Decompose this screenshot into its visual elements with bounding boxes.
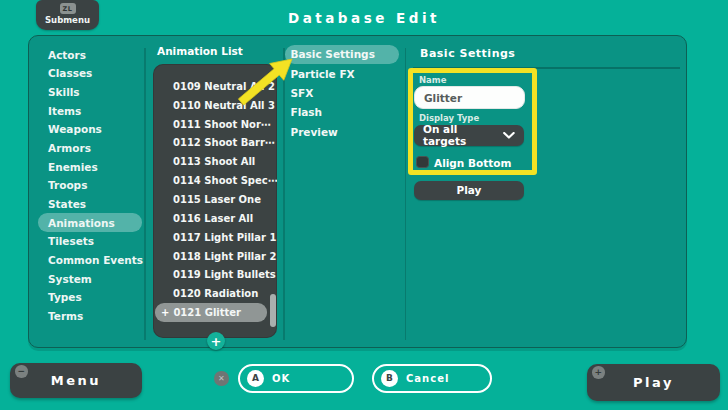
sidebar-item-states[interactable]: States	[38, 195, 142, 214]
sidebar-item-terms[interactable]: Terms	[38, 307, 142, 326]
menu-button-label: Menu	[51, 373, 101, 388]
divider-sidebar	[144, 48, 146, 340]
add-animation-button[interactable]: +	[207, 332, 225, 350]
sidebar-item-armors[interactable]: Armors	[38, 139, 142, 158]
plus-button-icon: +	[592, 366, 605, 379]
animation-list-title: Animation List	[157, 45, 243, 57]
tab-particle-fx[interactable]: Particle FX	[285, 64, 399, 83]
display-type-dropdown[interactable]: On all targets	[414, 125, 524, 147]
tab-preview[interactable]: Preview	[285, 122, 399, 141]
align-bottom-checkbox[interactable]	[416, 156, 429, 169]
ok-button[interactable]: A OK	[238, 364, 354, 393]
minus-button-icon: −	[15, 365, 28, 378]
settings-title-rule	[413, 67, 680, 69]
a-button-icon: A	[247, 370, 264, 387]
animation-list-item[interactable]: 0115 Laser One	[153, 190, 277, 209]
sidebar-item-common-events[interactable]: Common Events	[38, 251, 142, 270]
animation-list-item[interactable]: 0118 Light Pillar 2	[153, 247, 277, 266]
tab-sfx[interactable]: SFX	[285, 83, 399, 102]
settings-panel-title: Basic Settings	[420, 47, 515, 60]
animation-list-item[interactable]: 0113 Shoot All	[153, 152, 277, 171]
animation-list-item[interactable]: 0114 Shoot Spec⋯	[153, 171, 277, 190]
tab-flash[interactable]: Flash	[285, 103, 399, 122]
page-title: Database Edit	[0, 10, 728, 26]
sidebar-item-system[interactable]: System	[38, 269, 142, 288]
animation-list-item[interactable]: 0110 Neutral All 3	[153, 96, 277, 115]
sidebar-item-troops[interactable]: Troops	[38, 176, 142, 195]
preview-play-button[interactable]: Play	[414, 181, 524, 200]
sidebar-item-types[interactable]: Types	[38, 288, 142, 307]
sidebar-item-weapons[interactable]: Weapons	[38, 120, 142, 139]
sidebar-item-classes[interactable]: Classes	[38, 64, 142, 83]
align-bottom-label: Align Bottom	[434, 157, 511, 169]
animation-list-scrollbar[interactable]	[270, 294, 276, 327]
name-input[interactable]: Glitter	[414, 86, 525, 109]
cancel-button[interactable]: B Cancel	[372, 364, 492, 393]
display-type-label: Display Type	[419, 113, 479, 123]
cancel-button-label: Cancel	[406, 373, 449, 384]
ok-button-label: OK	[272, 373, 290, 384]
animation-list-item[interactable]: 0119 Light Bullets	[153, 265, 277, 284]
x-button-icon: ✕	[214, 371, 229, 386]
sidebar-item-animations[interactable]: Animations	[38, 213, 142, 232]
animation-list-item[interactable]: 0109 Neutral All 2	[153, 77, 277, 96]
tab-basic-settings[interactable]: Basic Settings	[285, 45, 399, 64]
animation-list-item[interactable]: 0120 Radiation	[153, 284, 277, 303]
sidebar-item-skills[interactable]: Skills	[38, 83, 142, 102]
animation-list-item[interactable]: 0112 Shoot Barr⋯	[153, 134, 277, 153]
name-field-label: Name	[419, 75, 446, 85]
display-type-value: On all targets	[423, 123, 503, 147]
name-input-value: Glitter	[424, 92, 462, 104]
menu-button[interactable]: Menu	[10, 363, 142, 398]
database-category-list: ActorsClassesSkillsItemsWeaponsArmorsEne…	[38, 46, 142, 326]
animation-list: 0109 Neutral All 20110 Neutral All 30111…	[153, 64, 277, 338]
sidebar-item-tilesets[interactable]: Tilesets	[38, 232, 142, 251]
play-button-label: Play	[633, 375, 674, 390]
selected-item-label: 0121 Glitter	[173, 307, 241, 318]
selected-item-marker-icon: +	[161, 307, 169, 318]
play-button[interactable]: Play	[587, 364, 720, 401]
sidebar-item-enemies[interactable]: Enemies	[38, 157, 142, 176]
sidebar-item-actors[interactable]: Actors	[38, 46, 142, 65]
animation-list-item-selected[interactable]: +0121 Glitter	[155, 303, 267, 322]
divider-tabs	[405, 48, 407, 340]
settings-tab-list: Basic SettingsParticle FXSFXFlashPreview	[285, 45, 399, 142]
animation-list-item[interactable]: 0111 Shoot Nor⋯	[153, 115, 277, 134]
sidebar-item-items[interactable]: Items	[38, 101, 142, 120]
animation-list-item[interactable]: 0116 Laser All	[153, 209, 277, 228]
animation-list-item[interactable]: 0117 Light Pillar 1	[153, 228, 277, 247]
b-button-icon: B	[381, 370, 398, 387]
chevron-down-icon	[503, 132, 515, 139]
